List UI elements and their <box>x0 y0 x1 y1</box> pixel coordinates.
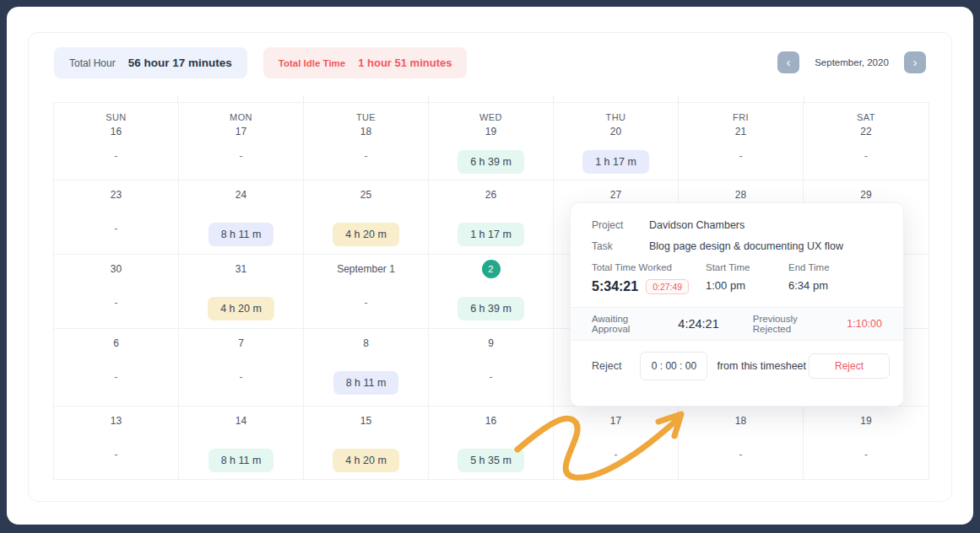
calendar-day-cell[interactable]: SAT22- <box>804 103 929 180</box>
date-label: 17 <box>179 126 303 137</box>
day-name-header: TUE <box>304 112 428 122</box>
day-name-header: SAT <box>804 112 929 122</box>
calendar-day-cell[interactable]: FRI21- <box>679 103 804 180</box>
date-label: 26 <box>429 189 553 201</box>
time-chip[interactable]: 8 h 11 m <box>333 371 399 395</box>
calendar-day-cell[interactable]: SUN16- <box>54 103 179 180</box>
date-label: 24 <box>179 189 303 201</box>
column-tick <box>554 95 679 102</box>
day-value: - <box>679 150 803 162</box>
day-value: 4 h 20 m <box>304 223 428 246</box>
calendar-day-cell[interactable]: 6- <box>54 329 179 406</box>
calendar-day-cell[interactable]: TUE18- <box>304 103 429 180</box>
column-tick <box>429 95 554 102</box>
day-value: - <box>804 150 929 162</box>
day-value: 4 h 20 m <box>304 449 428 472</box>
date-label: 13 <box>54 415 178 427</box>
date-label: 6 <box>54 337 178 349</box>
date-label: 18 <box>679 415 803 427</box>
day-value: - <box>804 449 929 460</box>
day-value: 8 h 11 m <box>179 223 303 246</box>
date-label: 31 <box>179 263 303 275</box>
time-chip[interactable]: 6 h 39 m <box>458 297 524 320</box>
reject-suffix-text: from this timesheet <box>717 360 806 372</box>
calendar-day-cell[interactable]: 23- <box>54 180 179 255</box>
calendar-day-cell[interactable]: 30- <box>54 255 179 329</box>
popup-info-section: Project Davidson Chambers Task Blog page… <box>571 203 903 294</box>
date-label: 9 <box>429 337 553 349</box>
task-label: Task <box>592 240 629 252</box>
total-idle-label: Total Idle Time <box>279 58 345 68</box>
date-label: 17 <box>554 415 678 427</box>
date-label: 20 <box>554 126 678 137</box>
time-chip[interactable]: 5 h 35 m <box>458 449 524 472</box>
calendar-day-cell[interactable]: 17- <box>554 406 679 481</box>
day-value: - <box>304 150 428 162</box>
time-chip[interactable]: 6 h 39 m <box>458 150 524 174</box>
day-value: - <box>54 297 178 309</box>
awaiting-approval-value: 4:24:21 <box>678 317 718 331</box>
task-row: Task Blog page design & documenting UX f… <box>592 240 882 252</box>
calendar-day-cell[interactable]: 248 h 11 m <box>179 180 304 255</box>
time-chip[interactable]: 4 h 20 m <box>333 223 399 246</box>
date-label: 15 <box>304 415 428 427</box>
calendar-day-cell[interactable]: 9- <box>429 329 554 406</box>
calendar-day-cell[interactable]: 26 h 39 m <box>429 255 554 329</box>
calendar-day-cell[interactable]: 314 h 20 m <box>179 255 304 329</box>
timesheet-detail-popup: Project Davidson Chambers Task Blog page… <box>570 202 904 406</box>
calendar-day-cell[interactable]: 19- <box>804 406 929 481</box>
chevron-right-icon: › <box>913 55 918 69</box>
column-tick <box>53 95 178 102</box>
day-value: 1 h 17 m <box>429 223 553 246</box>
total-idle-badge: Total Idle Time 1 hour 51 minutes <box>263 47 468 78</box>
day-value: - <box>554 449 678 460</box>
calendar-day-cell[interactable]: 254 h 20 m <box>304 180 429 255</box>
calendar-day-cell[interactable]: 18- <box>679 406 804 481</box>
time-chip[interactable]: 4 h 20 m <box>208 297 274 320</box>
date-label: 23 <box>54 189 178 201</box>
calendar-day-cell[interactable]: 13- <box>54 406 179 481</box>
reject-button[interactable]: Reject <box>809 353 890 379</box>
prev-month-button[interactable]: ‹ <box>777 51 799 73</box>
date-label: September 1 <box>304 263 428 275</box>
date-label: 22 <box>804 126 929 137</box>
day-value: - <box>54 150 178 162</box>
next-month-button[interactable]: › <box>904 51 926 73</box>
current-month-label: September, 2020 <box>808 57 896 67</box>
date-label: 16 <box>54 126 178 137</box>
time-chip[interactable]: 1 h 17 m <box>582 150 649 174</box>
idle-time-pill: 0:27:49 <box>646 279 689 294</box>
calendar-day-cell[interactable]: MON17- <box>179 103 304 180</box>
previously-rejected-label: Previously Rejected <box>753 314 829 334</box>
day-value: - <box>179 150 303 162</box>
month-navigation: ‹ September, 2020 › <box>777 51 926 73</box>
reject-time-input[interactable] <box>640 352 707 380</box>
calendar-day-cell[interactable]: 7- <box>179 329 304 406</box>
calendar-day-cell[interactable]: 261 h 17 m <box>429 180 554 255</box>
selected-date-badge: 2 <box>482 260 501 278</box>
calendar-day-cell[interactable]: THU201 h 17 m <box>554 103 679 180</box>
day-value: - <box>54 371 178 383</box>
calendar-day-cell[interactable]: WED196 h 39 m <box>429 103 554 180</box>
time-chip[interactable]: 8 h 11 m <box>208 449 274 472</box>
date-label: 19 <box>804 415 929 427</box>
column-tick <box>679 95 804 102</box>
calendar-day-cell[interactable]: September 1- <box>304 255 429 329</box>
day-value: - <box>429 371 553 383</box>
day-value: - <box>679 449 803 460</box>
calendar-day-cell[interactable]: 165 h 35 m <box>429 406 554 481</box>
calendar-day-cell[interactable]: 154 h 20 m <box>304 406 429 481</box>
total-time-worked-value-wrap: 5:34:21 0:27:49 <box>592 279 706 294</box>
time-chip[interactable]: 8 h 11 m <box>208 223 274 246</box>
day-name-header: FRI <box>679 112 803 122</box>
time-chip[interactable]: 1 h 17 m <box>458 223 524 246</box>
date-label: 21 <box>679 126 803 137</box>
chevron-left-icon: ‹ <box>787 55 791 69</box>
calendar-day-cell[interactable]: 148 h 11 m <box>179 406 304 481</box>
date-label: 16 <box>429 415 553 427</box>
day-value: - <box>54 449 178 460</box>
total-idle-value: 1 hour 51 minutes <box>358 57 452 69</box>
date-label: 29 <box>804 189 929 201</box>
time-chip[interactable]: 4 h 20 m <box>333 449 399 472</box>
calendar-day-cell[interactable]: 88 h 11 m <box>304 329 429 406</box>
